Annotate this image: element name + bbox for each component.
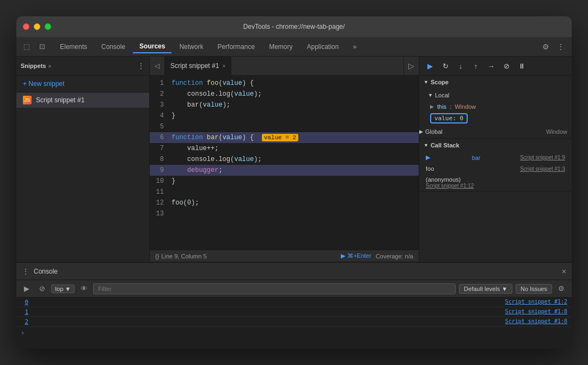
console-levels-label: Default levels ▼ bbox=[464, 286, 507, 292]
local-title: Local bbox=[435, 92, 449, 98]
tabbar-icons: ⬚ ⊡ bbox=[21, 41, 48, 53]
code-line-9: 9 debugger; bbox=[150, 165, 419, 176]
inspect-icon[interactable]: ⬚ bbox=[21, 41, 33, 53]
call-stack-item-bar[interactable]: ▶ bar Script snippet #1:9 bbox=[419, 152, 572, 163]
close-button[interactable] bbox=[23, 23, 29, 30]
local-header[interactable]: ▼ Local bbox=[419, 89, 572, 102]
call-stack-header[interactable]: ▼ Call Stack bbox=[419, 139, 572, 152]
tab-sources[interactable]: Sources bbox=[133, 40, 171, 53]
tab-console[interactable]: Console bbox=[95, 41, 132, 53]
line-content-3: bar(value); bbox=[169, 100, 419, 110]
tab-elements[interactable]: Elements bbox=[53, 41, 94, 53]
console-row-1: 1 Script snippet #1:8 bbox=[16, 307, 572, 317]
line-content-11 bbox=[169, 187, 419, 197]
call-stack-item-foo[interactable]: foo Script snippet #1:3 bbox=[419, 163, 572, 174]
line-num-4: 4 bbox=[150, 110, 169, 121]
scope-header[interactable]: ▼ Scope bbox=[419, 76, 572, 89]
console-levels-select[interactable]: Default levels ▼ bbox=[459, 284, 512, 294]
status-bar-right: ▶ ⌘+Enter Coverage: n/a bbox=[341, 252, 413, 259]
tab-application[interactable]: Application bbox=[300, 41, 345, 53]
console-prompt-arrow: › bbox=[21, 329, 24, 337]
device-icon[interactable]: ⊡ bbox=[36, 41, 48, 53]
tabbar-right: ⚙ ⋮ bbox=[539, 40, 567, 53]
maximize-button[interactable] bbox=[45, 23, 51, 30]
snippets-chevron-icon[interactable]: » bbox=[48, 63, 51, 69]
active-frame-arrow: ▶ bbox=[426, 154, 430, 161]
call-stack-loc-bar: Script snippet #1:9 bbox=[520, 154, 565, 160]
new-snippet-button[interactable]: + New snippet bbox=[16, 76, 149, 92]
editor-tab-active[interactable]: Script snippet #1 × bbox=[165, 57, 231, 76]
snippets-title: Snippets bbox=[21, 63, 46, 69]
debug-pause-button[interactable]: ⏸ bbox=[515, 59, 528, 72]
code-line-6: 6 function bar(value) { value = 2 bbox=[150, 132, 419, 143]
scope-value-val: 0 bbox=[460, 115, 463, 122]
global-value: Window bbox=[546, 128, 567, 135]
console-context-selector[interactable]: top ▼ bbox=[51, 284, 75, 293]
minimize-button[interactable] bbox=[34, 23, 40, 30]
call-stack-loc-foo: Script snippet #1:3 bbox=[520, 166, 565, 172]
line-content-6: function bar(value) { value = 2 bbox=[169, 132, 419, 143]
console-row-2: 2 Script snippet #1:8 bbox=[16, 317, 572, 327]
run-hint: ⌘+Enter bbox=[347, 252, 371, 259]
scope-section: ▼ Scope ▼ Local ▶ this : Window value bbox=[419, 76, 572, 139]
console-loc-2[interactable]: Script snippet #1:8 bbox=[505, 318, 572, 324]
code-line-13: 13 bbox=[150, 208, 419, 219]
console-output: 0 Script snippet #1:2 1 Script snippet #… bbox=[16, 298, 572, 349]
call-stack-item-anon[interactable]: (anonymous) Script snippet #1:12 bbox=[419, 174, 572, 191]
status-line-col: Line 9, Column 5 bbox=[161, 253, 206, 259]
console-filter-input[interactable] bbox=[93, 283, 456, 294]
code-line-4: 4 } bbox=[150, 110, 419, 121]
scope-this-item: ▶ this : Window bbox=[419, 102, 572, 112]
scope-value-key: value bbox=[434, 115, 452, 122]
tab-network[interactable]: Network bbox=[173, 41, 210, 53]
editor-tab-close-icon[interactable]: × bbox=[222, 63, 225, 69]
window-title: DevTools - chrome://new-tab-page/ bbox=[243, 23, 345, 30]
debug-step-over-button[interactable]: ↻ bbox=[439, 59, 452, 72]
code-line-12: 12 foo(0); bbox=[150, 197, 419, 208]
settings-icon[interactable]: ⚙ bbox=[539, 40, 552, 53]
snippets-header: Snippets » ⋮ bbox=[16, 57, 149, 76]
debug-step-into-button[interactable]: ↓ bbox=[454, 59, 467, 72]
editor-run-button[interactable]: ▷ bbox=[403, 57, 419, 76]
console-settings-icon[interactable]: ⚙ bbox=[555, 283, 567, 295]
debugger-toolbar: ▶ ↻ ↓ ↑ → ⊘ ⏸ bbox=[419, 57, 572, 76]
console-loc-1[interactable]: Script snippet #1:8 bbox=[505, 308, 572, 314]
scope-title: Scope bbox=[431, 79, 449, 85]
value-highlighted-box: value : 0 bbox=[430, 113, 468, 123]
console-eye-icon[interactable]: 👁 bbox=[78, 283, 90, 295]
console-loc-0[interactable]: Script snippet #1:2 bbox=[505, 299, 572, 305]
console-no-issues-button[interactable]: No Issues bbox=[516, 284, 552, 294]
run-button[interactable]: ▶ ⌘+Enter bbox=[341, 252, 371, 259]
debug-resume-button[interactable]: ▶ bbox=[424, 59, 437, 72]
tab-performance[interactable]: Performance bbox=[211, 41, 261, 53]
editor-nav-back[interactable]: ◁ bbox=[150, 57, 165, 76]
console-run-icon[interactable]: ▶ bbox=[21, 283, 33, 295]
line-content-9: debugger; bbox=[169, 165, 419, 176]
status-braces-icon: {} bbox=[155, 253, 159, 259]
debug-step-out-button[interactable]: ↑ bbox=[469, 59, 482, 72]
console-row-0: 0 Script snippet #1:2 bbox=[16, 298, 572, 307]
local-chevron-icon: ▼ bbox=[428, 92, 433, 98]
scope-colon-2: : bbox=[452, 115, 460, 122]
line-num-9: 9 bbox=[150, 165, 169, 176]
console-block-icon[interactable]: ⊘ bbox=[36, 283, 48, 295]
tab-memory[interactable]: Memory bbox=[262, 41, 299, 53]
line-content-10: } bbox=[169, 176, 419, 187]
line-num-1: 1 bbox=[150, 78, 169, 89]
snippet-icon: JS bbox=[23, 96, 32, 104]
line-num-13: 13 bbox=[150, 208, 169, 219]
snippets-menu-icon[interactable]: ⋮ bbox=[137, 61, 145, 70]
debug-deactivate-button[interactable]: ⊘ bbox=[500, 59, 513, 72]
tab-more[interactable]: » bbox=[346, 41, 363, 53]
debug-step-button[interactable]: → bbox=[485, 59, 498, 72]
code-line-8: 8 console.log(value); bbox=[150, 154, 419, 165]
more-options-icon[interactable]: ⋮ bbox=[554, 40, 567, 53]
console-value-1: 1 bbox=[16, 308, 33, 315]
global-header[interactable]: ▶ Global Window bbox=[419, 125, 572, 138]
console-menu-icon[interactable]: ⋮ bbox=[22, 267, 29, 276]
console-close-icon[interactable]: × bbox=[562, 267, 566, 276]
code-editor[interactable]: 1 function foo(value) { 2 console.log(va… bbox=[150, 76, 419, 250]
snippet-item[interactable]: JS Script snippet #1 bbox=[16, 92, 149, 108]
coverage-label: Coverage: n/a bbox=[376, 253, 413, 259]
console-prompt[interactable]: › bbox=[16, 327, 572, 339]
